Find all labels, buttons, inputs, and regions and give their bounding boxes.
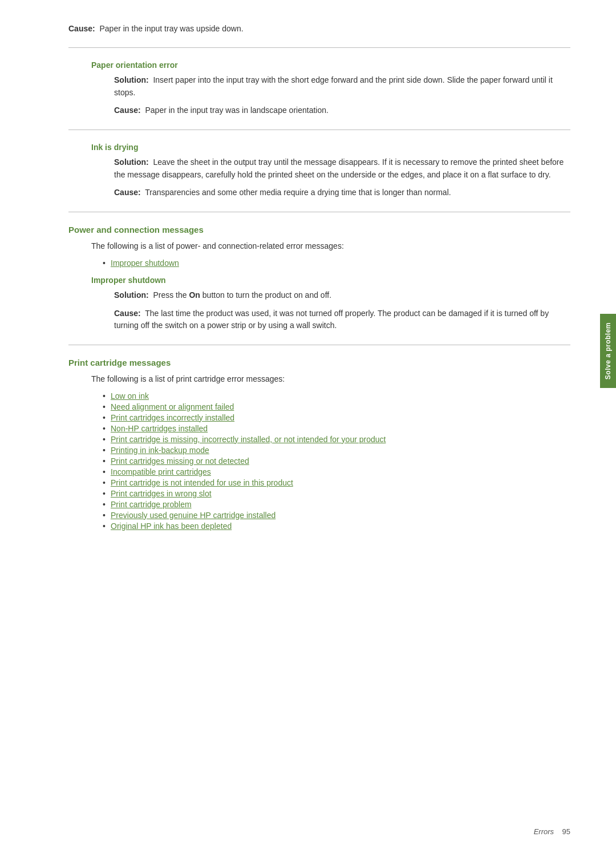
ink-drying-solution: Solution: Leave the sheet in the output … — [114, 156, 570, 181]
cartridges-incorrectly-installed-link[interactable]: Print cartridges incorrectly installed — [111, 413, 234, 422]
side-tab-label: Solve a problem — [604, 322, 612, 379]
improper-shutdown-heading: Improper shutdown — [91, 276, 570, 285]
power-connection-intro: The following is a list of power- and co… — [91, 240, 570, 253]
improper-shutdown-cause-text: The last time the product was used, it w… — [114, 309, 549, 330]
divider-3 — [68, 212, 570, 212]
on-bold: On — [189, 290, 200, 300]
print-cartridge-list: Low on ink Need alignment or alignment f… — [103, 391, 570, 531]
need-alignment-link[interactable]: Need alignment or alignment failed — [111, 402, 234, 411]
list-item: Previously used genuine HP cartridge ins… — [103, 511, 570, 520]
improper-shutdown-subsection: Improper shutdown Solution: Press the On… — [91, 276, 570, 332]
list-item: Print cartridge problem — [103, 500, 570, 509]
paper-orientation-section: Paper orientation error Solution: Insert… — [68, 60, 570, 117]
ink-backup-mode-link[interactable]: Printing in ink-backup mode — [111, 446, 209, 455]
ink-drying-solution-text: Leave the sheet in the output tray until… — [114, 157, 564, 179]
footer-section-label: Errors — [534, 827, 554, 836]
paper-orientation-heading: Paper orientation error — [91, 60, 570, 70]
list-item: Print cartridges missing or not detected — [103, 456, 570, 466]
list-item: Print cartridges incorrectly installed — [103, 413, 570, 422]
paper-orientation-cause: Cause: Paper in the input tray was in la… — [114, 104, 570, 117]
list-item: Print cartridges in wrong slot — [103, 489, 570, 498]
page-footer: Errors 95 — [534, 827, 570, 836]
low-on-ink-link[interactable]: Low on ink — [111, 391, 149, 401]
improper-shutdown-solution-label: Solution: — [114, 290, 149, 300]
paper-orientation-solution-text: Insert paper into the input tray with th… — [114, 75, 553, 97]
side-tab: Solve a problem — [600, 314, 616, 388]
power-connection-list: Improper shutdown — [103, 258, 570, 268]
non-hp-cartridges-link[interactable]: Non-HP cartridges installed — [111, 424, 208, 433]
power-connection-heading: Power and connection messages — [68, 225, 570, 235]
ink-drying-solution-label: Solution: — [114, 157, 149, 167]
ink-drying-cause-text: Transparencies and some other media requ… — [145, 188, 451, 197]
print-cartridge-intro: The following is a list of print cartrid… — [91, 373, 570, 386]
top-cause: Cause: Paper in the input tray was upsid… — [68, 23, 570, 35]
cartridge-problem-link[interactable]: Print cartridge problem — [111, 500, 192, 509]
list-item: Need alignment or alignment failed — [103, 402, 570, 411]
list-item: Non-HP cartridges installed — [103, 424, 570, 433]
footer-page-number: 95 — [562, 827, 570, 836]
list-item: Print cartridge is missing, incorrectly … — [103, 435, 570, 444]
paper-orientation-solution-label: Solution: — [114, 75, 149, 84]
improper-shutdown-link[interactable]: Improper shutdown — [111, 258, 179, 268]
divider-2 — [68, 130, 570, 130]
divider-4 — [68, 345, 570, 345]
ink-drying-cause: Cause: Transparencies and some other med… — [114, 187, 570, 199]
list-item: Low on ink — [103, 391, 570, 401]
page-container: Solve a problem Cause: Paper in the inpu… — [0, 0, 616, 853]
not-intended-for-product-link[interactable]: Print cartridge is not intended for use … — [111, 478, 293, 487]
improper-shutdown-cause-label: Cause: — [114, 309, 141, 318]
list-item: Print cartridge is not intended for use … — [103, 478, 570, 487]
ink-drying-section: Ink is drying Solution: Leave the sheet … — [68, 143, 570, 199]
ink-drying-subsection: Ink is drying Solution: Leave the sheet … — [91, 143, 570, 199]
ink-drying-cause-label: Cause: — [114, 188, 141, 197]
list-item: Printing in ink-backup mode — [103, 446, 570, 455]
incompatible-cartridges-link[interactable]: Incompatible print cartridges — [111, 467, 211, 476]
paper-orientation-subsection: Paper orientation error Solution: Insert… — [91, 60, 570, 117]
paper-orientation-cause-label: Cause: — [114, 106, 141, 115]
print-cartridge-section: Print cartridge messages The following i… — [68, 358, 570, 531]
list-item: Incompatible print cartridges — [103, 467, 570, 476]
cartridge-missing-incorrectly-link[interactable]: Print cartridge is missing, incorrectly … — [111, 435, 386, 444]
improper-shutdown-cause: Cause: The last time the product was use… — [114, 308, 570, 332]
divider-1 — [68, 47, 570, 48]
list-item: Improper shutdown — [103, 258, 570, 268]
top-cause-text: Paper in the input tray was upside down. — [99, 24, 243, 33]
paper-orientation-solution: Solution: Insert paper into the input tr… — [114, 74, 570, 99]
previously-used-hp-link[interactable]: Previously used genuine HP cartridge ins… — [111, 511, 275, 520]
print-cartridge-heading: Print cartridge messages — [68, 358, 570, 367]
original-hp-depleted-link[interactable]: Original HP ink has been depleted — [111, 521, 232, 531]
list-item: Original HP ink has been depleted — [103, 521, 570, 531]
cartridges-missing-not-detected-link[interactable]: Print cartridges missing or not detected — [111, 456, 249, 466]
ink-drying-heading: Ink is drying — [91, 143, 570, 152]
top-cause-label: Cause: — [68, 24, 95, 33]
power-connection-section: Power and connection messages The follow… — [68, 225, 570, 332]
wrong-slot-link[interactable]: Print cartridges in wrong slot — [111, 489, 212, 498]
paper-orientation-cause-text: Paper in the input tray was in landscape… — [145, 106, 328, 115]
improper-shutdown-solution: Solution: Press the On button to turn th… — [114, 289, 570, 302]
